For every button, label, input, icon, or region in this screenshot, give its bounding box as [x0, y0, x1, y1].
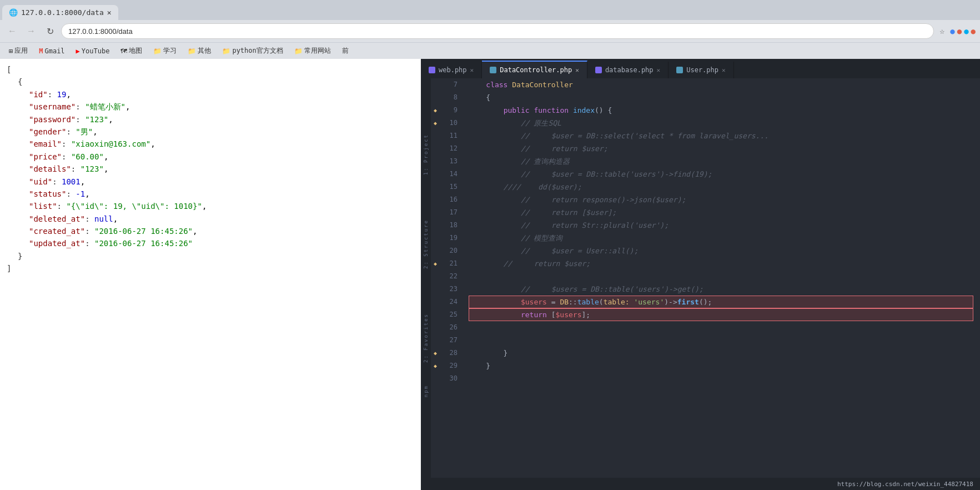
ln-13: 13 [444, 155, 458, 168]
npm-label: npm [423, 385, 429, 397]
ln-10: 10 [444, 117, 458, 129]
gutter-29: ◆ [431, 359, 440, 372]
ide-tabs: web.php ✕ DataController.php ✕ database.… [421, 59, 980, 78]
ln-27: 27 [444, 334, 458, 347]
gutter-7 [431, 78, 440, 91]
reload-button[interactable]: ↻ [42, 23, 58, 39]
ln-17: 17 [444, 206, 458, 219]
code-line-9: public function index() { [469, 104, 973, 117]
ln-25: 25 [444, 308, 458, 321]
marker-29: ◆ [434, 363, 437, 369]
json-password: "password": "123", [7, 113, 414, 126]
code-line-30 [469, 372, 973, 385]
gutter-15 [431, 181, 440, 193]
bookmark-python-label: python官方文档 [232, 46, 283, 56]
ln-20: 20 [444, 244, 458, 257]
code-line-10: // 原生SQL [469, 117, 973, 129]
bookmark-maps-label: 地图 [129, 46, 142, 56]
back-button[interactable]: ← [4, 23, 20, 39]
ln-11: 11 [444, 129, 458, 142]
gutter-8 [431, 91, 440, 104]
gutter-28: ◆ [431, 347, 440, 359]
bookmark-maps[interactable]: 🗺 地图 [116, 44, 147, 57]
gutter-30 [431, 372, 440, 385]
json-id: "id": 19, [7, 88, 414, 101]
bookmark-study[interactable]: 📁 学习 [149, 44, 181, 57]
datacontroller-tab-label: DataController.php [500, 66, 572, 74]
gutter-26 [431, 321, 440, 334]
datacontroller-tab-close[interactable]: ✕ [575, 67, 579, 74]
bookmark-apps[interactable]: ⊞ 应用 [4, 44, 32, 57]
bookmark-star-icon[interactable]: ☆ [937, 24, 947, 38]
code-line-23: // $users = DB::table('users')->get(); [469, 283, 973, 296]
browser-tab[interactable]: 🌐 127.0.0.1:8000/data ✕ [2, 5, 118, 20]
tab-close-icon[interactable]: ✕ [107, 8, 112, 17]
code-line-29: } [469, 359, 973, 372]
ide-tab-datacontroller[interactable]: DataController.php ✕ [482, 61, 587, 78]
gutter-21: ◆ [431, 257, 440, 270]
code-content[interactable]: class DataController { public function i… [462, 78, 980, 478]
bookmark-common[interactable]: 📁 常用网站 [290, 44, 335, 57]
ide-panel: web.php ✕ DataController.php ✕ database.… [421, 59, 980, 490]
ide-tab-database[interactable]: database.php ✕ [587, 62, 669, 78]
code-line-14: // $user = DB::table('users')->find(19); [469, 168, 973, 181]
bookmark-python[interactable]: 📁 python官方文档 [218, 44, 287, 57]
firefox-icon: ● [957, 27, 962, 36]
code-line-16: // return response()->json($user); [469, 193, 973, 206]
gmail-icon: M [39, 47, 43, 55]
gutter-27 [431, 334, 440, 347]
json-created-at: "created_at": "2016-06-27 16:45:26", [7, 225, 414, 237]
database-tab-close[interactable]: ✕ [657, 67, 661, 74]
study-folder-icon: 📁 [153, 47, 162, 55]
browser-chrome: 🌐 127.0.0.1:8000/data ✕ ← → ↻ ☆ ● ● ● ● … [0, 0, 980, 59]
database-tab-label: database.php [605, 66, 654, 74]
gutter-25 [431, 308, 440, 321]
gutter-16 [431, 193, 440, 206]
ln-26: 26 [444, 321, 458, 334]
code-line-28: } [469, 347, 973, 359]
json-details: "details": "123", [7, 163, 414, 175]
bookmark-other[interactable]: 📁 其他 [183, 44, 215, 57]
webphp-tab-close[interactable]: ✕ [470, 67, 474, 74]
ide-tab-user[interactable]: User.php ✕ [669, 62, 733, 78]
bookmark-youtube[interactable]: ▶ YouTube [72, 46, 114, 57]
bookmark-apps-label: 应用 [14, 46, 28, 56]
browser-tab-bar: 🌐 127.0.0.1:8000/data ✕ [0, 0, 980, 20]
opera-icon: ● [971, 27, 976, 36]
datacontroller-tab-icon [490, 67, 496, 73]
bookmark-gmail[interactable]: M Gmail [34, 46, 69, 57]
bookmark-study-label: 学习 [163, 46, 177, 56]
ln-8: 8 [444, 91, 458, 104]
json-uid: "uid": 1001, [7, 176, 414, 188]
chrome-icon: ● [950, 27, 954, 36]
youtube-icon: ▶ [76, 47, 80, 55]
json-open-bracket: [ [7, 63, 414, 76]
gutter-19 [431, 232, 440, 244]
address-bar[interactable] [61, 23, 934, 39]
ide-tab-webphp[interactable]: web.php ✕ [421, 62, 482, 78]
forward-button[interactable]: → [23, 23, 39, 39]
other-folder-icon: 📁 [188, 47, 196, 55]
gutter-13 [431, 155, 440, 168]
json-list: "list": "{\"id\": 19, \"uid\": 1010}", [7, 200, 414, 212]
ide-body: 1: Project 2: Structure 2: Favorites npm… [421, 78, 980, 478]
code-line-22 [469, 270, 973, 283]
code-line-27 [469, 334, 973, 347]
code-line-19: // 模型查询 [469, 232, 973, 244]
tab-title: 127.0.0.1:8000/data [21, 8, 104, 17]
webphp-tab-label: web.php [439, 66, 467, 74]
user-tab-close[interactable]: ✕ [722, 67, 726, 74]
code-line-7: class DataController [469, 78, 973, 91]
webphp-tab-icon [429, 67, 435, 73]
bookmark-common-label: 常用网站 [304, 46, 331, 56]
browser-nav: ← → ↻ ☆ ● ● ● ● [0, 20, 980, 42]
gutter-11 [431, 129, 440, 142]
common-folder-icon: 📁 [294, 47, 303, 55]
json-updated-at: "updated_at": "2016-06-27 16:45:26" [7, 237, 414, 249]
ide-left-side-labels: 1: Project 2: Structure 2: Favorites npm [421, 78, 431, 478]
bookmark-extra[interactable]: 前 [338, 44, 353, 57]
code-area[interactable]: ◆ ◆ ◆ [431, 78, 980, 478]
edge-icon: ● [964, 27, 968, 36]
user-tab-icon [676, 67, 683, 73]
gutter-markers: ◆ ◆ ◆ [431, 78, 440, 478]
